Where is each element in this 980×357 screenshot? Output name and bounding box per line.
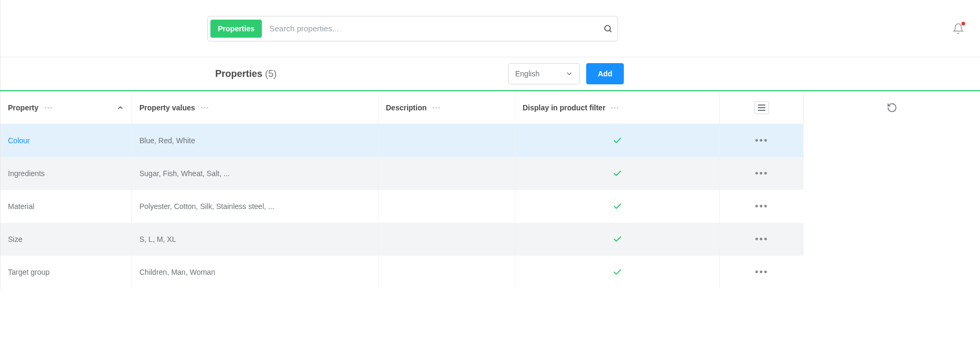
cell-property[interactable]: Material bbox=[1, 190, 132, 223]
table-settings-button[interactable] bbox=[754, 101, 769, 114]
search-input[interactable] bbox=[269, 24, 603, 33]
cell-actions: ••• bbox=[720, 256, 804, 289]
cell-description bbox=[378, 190, 515, 223]
add-button[interactable]: Add bbox=[586, 63, 624, 84]
cell-actions: ••• bbox=[720, 157, 804, 190]
column-header-actions bbox=[720, 91, 804, 124]
row-actions-button[interactable]: ••• bbox=[755, 234, 769, 245]
sort-asc-icon[interactable] bbox=[117, 104, 124, 111]
cell-values: Polyester, Cotton, Silk, Stainless steel… bbox=[132, 190, 378, 223]
sub-header: Properties (5) English Add bbox=[0, 57, 980, 90]
svg-line-1 bbox=[610, 30, 611, 32]
column-menu-icon[interactable]: ⋯ bbox=[44, 102, 54, 112]
cell-description bbox=[378, 256, 515, 289]
column-header-property[interactable]: Property ⋯ bbox=[1, 91, 132, 124]
column-menu-icon[interactable]: ⋯ bbox=[611, 102, 620, 112]
table-row[interactable]: Target groupChildren, Man, Woman••• bbox=[1, 256, 804, 289]
table-row[interactable]: IngredientsSugar, Fish, Wheat, Salt, ...… bbox=[1, 157, 804, 190]
cell-values: Blue, Red, White bbox=[132, 124, 378, 157]
table-row[interactable]: ColourBlue, Red, White••• bbox=[1, 124, 804, 157]
top-bar: Properties bbox=[0, 0, 980, 57]
column-header-values[interactable]: Property values ⋯ bbox=[132, 91, 378, 124]
check-icon bbox=[613, 267, 622, 277]
cell-property[interactable]: Ingredients bbox=[1, 157, 132, 190]
cell-values: S, L, M, XL bbox=[132, 223, 378, 256]
table-header-row: Property ⋯ Property values ⋯ Description… bbox=[1, 91, 804, 124]
notification-dot-icon bbox=[961, 22, 965, 25]
language-selected-label: English bbox=[515, 69, 540, 78]
row-actions-button[interactable]: ••• bbox=[755, 168, 769, 179]
column-menu-icon[interactable]: ⋯ bbox=[432, 102, 442, 112]
cell-property[interactable]: Target group bbox=[1, 256, 132, 289]
header-controls: English Add bbox=[508, 63, 624, 84]
search-context-pill[interactable]: Properties bbox=[210, 20, 262, 38]
cell-values: Sugar, Fish, Wheat, Salt, ... bbox=[132, 157, 378, 190]
cell-description bbox=[378, 223, 515, 256]
cell-filter bbox=[515, 223, 720, 256]
table-row[interactable]: SizeS, L, M, XL••• bbox=[1, 223, 804, 256]
table-side-panel bbox=[804, 91, 980, 124]
language-select[interactable]: English bbox=[508, 63, 580, 84]
cell-actions: ••• bbox=[720, 223, 804, 256]
column-menu-icon[interactable]: ⋯ bbox=[200, 102, 210, 112]
cell-filter bbox=[515, 190, 720, 223]
properties-table: Property ⋯ Property values ⋯ Description… bbox=[0, 90, 980, 289]
cell-property[interactable]: Colour bbox=[1, 124, 132, 157]
cell-description bbox=[378, 157, 515, 190]
check-icon bbox=[613, 136, 622, 145]
search-icon[interactable] bbox=[603, 23, 613, 34]
row-actions-button[interactable]: ••• bbox=[755, 135, 769, 146]
check-icon bbox=[613, 169, 622, 178]
row-actions-button[interactable]: ••• bbox=[755, 201, 769, 212]
cell-description bbox=[378, 124, 515, 157]
column-header-filter[interactable]: Display in product filter ⋯ bbox=[515, 91, 720, 124]
cell-filter bbox=[515, 124, 720, 157]
table-row[interactable]: MaterialPolyester, Cotton, Silk, Stainle… bbox=[1, 190, 804, 223]
refresh-button[interactable] bbox=[887, 102, 897, 113]
cell-property[interactable]: Size bbox=[1, 223, 132, 256]
cell-filter bbox=[515, 157, 720, 190]
page-title: Properties (5) bbox=[215, 68, 277, 80]
row-actions-button[interactable]: ••• bbox=[755, 267, 769, 278]
check-icon bbox=[613, 202, 622, 211]
cell-filter bbox=[515, 256, 720, 289]
notifications-button[interactable] bbox=[952, 23, 964, 34]
column-header-description[interactable]: Description ⋯ bbox=[378, 91, 515, 124]
cell-actions: ••• bbox=[720, 124, 804, 157]
check-icon bbox=[613, 234, 622, 244]
cell-actions: ••• bbox=[720, 190, 804, 223]
chevron-down-icon bbox=[566, 70, 573, 77]
table-body: ColourBlue, Red, White•••IngredientsSuga… bbox=[1, 124, 804, 289]
page-count: (5) bbox=[265, 68, 277, 79]
search-bar[interactable]: Properties bbox=[207, 16, 618, 41]
cell-values: Children, Man, Woman bbox=[132, 256, 378, 289]
